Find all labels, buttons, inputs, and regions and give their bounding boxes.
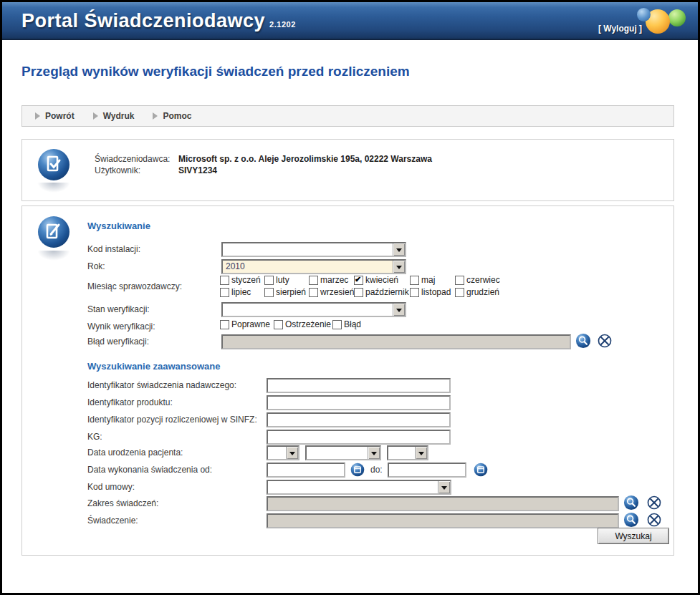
kod-instalacji-label: Kod instalacji: bbox=[87, 244, 140, 254]
month-checkbox[interactable] bbox=[309, 276, 318, 285]
data-do-input[interactable] bbox=[388, 463, 466, 478]
stan-weryfikacji-select[interactable] bbox=[221, 302, 406, 317]
blad-weryfikacji-label: Błąd weryfikacji: bbox=[87, 337, 149, 347]
zakres-field bbox=[267, 496, 619, 511]
search-edit-icon bbox=[37, 216, 70, 248]
nav-item-pomoc[interactable]: Pomoc bbox=[153, 111, 191, 121]
month-marzec[interactable]: marzec bbox=[309, 275, 354, 285]
swiadczenie-search-icon[interactable] bbox=[623, 512, 639, 528]
dob-day-select[interactable] bbox=[267, 445, 299, 460]
dob-year-value bbox=[388, 447, 415, 459]
nav-item-wydruk[interactable]: Wydruk bbox=[93, 111, 135, 121]
wynik-ostrzezenie[interactable]: Ostrzeżenie bbox=[274, 319, 332, 329]
data-od-input[interactable] bbox=[267, 463, 345, 478]
nav-item-powrot[interactable]: Powrót bbox=[35, 111, 75, 121]
month-checkbox[interactable] bbox=[410, 288, 419, 297]
month-luty[interactable]: luty bbox=[264, 275, 309, 285]
nav-item-label: Powrót bbox=[45, 111, 75, 121]
wynik-checkbox[interactable] bbox=[274, 320, 283, 329]
kod-umowy-select[interactable] bbox=[267, 480, 451, 495]
month-wrzesien[interactable]: wrzesień bbox=[309, 287, 354, 297]
month-checkbox[interactable] bbox=[264, 276, 274, 285]
do-label: do: bbox=[370, 465, 383, 475]
month-czerwiec[interactable]: czerwiec bbox=[455, 275, 505, 285]
dropdown-arrow-icon bbox=[393, 261, 405, 273]
portal-page: Portal Świadczeniodawcy2.1202 [ Wyloguj … bbox=[0, 0, 700, 595]
decor-sphere-green bbox=[668, 9, 686, 26]
wyszukaj-button[interactable]: Wyszukaj bbox=[598, 528, 669, 544]
month-checkbox[interactable] bbox=[354, 288, 363, 297]
dropdown-arrow-icon bbox=[393, 304, 405, 316]
nav-arrow-icon bbox=[153, 112, 158, 120]
month-styczen[interactable]: styczeń bbox=[220, 275, 264, 285]
month-checkbox[interactable] bbox=[220, 276, 229, 285]
rok-select[interactable]: 2010 bbox=[221, 259, 406, 274]
swiadczenie-clear-icon[interactable] bbox=[646, 512, 662, 528]
calendar-od-icon[interactable] bbox=[350, 463, 365, 477]
logout-link[interactable]: [ Wyloguj ] bbox=[598, 24, 642, 34]
month-checkbox[interactable] bbox=[410, 276, 419, 285]
id-produktu-input[interactable] bbox=[267, 395, 451, 410]
wynik-weryfikacji-label: Wynik weryfikacji: bbox=[87, 321, 155, 332]
month-checkbox[interactable] bbox=[264, 288, 274, 297]
nav-item-label: Pomoc bbox=[163, 111, 191, 121]
kod-umowy-value bbox=[268, 481, 438, 493]
id-produktu-label: Identyfikator produktu: bbox=[87, 397, 173, 407]
nav-arrow-icon bbox=[93, 112, 98, 120]
month-lipiec[interactable]: lipiec bbox=[220, 287, 264, 297]
dob-year-select[interactable] bbox=[387, 445, 428, 460]
icon-reflection bbox=[37, 251, 70, 261]
zakres-clear-icon[interactable] bbox=[646, 495, 662, 511]
page-title: Przegląd wyników weryfikacji świadczeń p… bbox=[21, 64, 410, 79]
month-kwiecien[interactable]: kwiecień bbox=[354, 275, 410, 285]
month-checkbox[interactable] bbox=[354, 276, 363, 285]
app-title: Portal Świadczeniodawcy2.1202 bbox=[21, 10, 296, 32]
wynik-checkbox[interactable] bbox=[332, 320, 342, 329]
month-pazdziernik[interactable]: październik bbox=[354, 287, 410, 297]
month-checkbox[interactable] bbox=[455, 288, 464, 297]
calendar-do-icon[interactable] bbox=[474, 463, 488, 477]
provider-check-icon bbox=[37, 148, 70, 181]
dropdown-arrow-icon bbox=[415, 447, 427, 459]
decor-sphere-blue bbox=[637, 8, 651, 21]
nav-item-label: Wydruk bbox=[103, 111, 135, 121]
app-header: Portal Świadczeniodawcy2.1202 [ Wyloguj … bbox=[2, 2, 698, 40]
zakres-search-icon[interactable] bbox=[623, 495, 639, 511]
month-maj[interactable]: maj bbox=[410, 275, 455, 285]
data-urodzenia-label: Data urodzenia pacjenta: bbox=[87, 448, 183, 458]
id-pozycji-label: Identyfikator pozycji rozliczeniowej w S… bbox=[87, 415, 257, 425]
kg-input[interactable] bbox=[267, 430, 451, 445]
wynik-poprawne[interactable]: Poprawne bbox=[220, 319, 274, 329]
blad-clear-icon[interactable] bbox=[597, 333, 613, 349]
advanced-section-heading: Wyszukiwanie zaawansowane bbox=[87, 361, 220, 372]
month-checkbox[interactable] bbox=[455, 276, 464, 285]
kod-umowy-label: Kod umowy: bbox=[87, 482, 135, 492]
blad-weryfikacji-field bbox=[221, 334, 571, 349]
month-listopad[interactable]: listopad bbox=[410, 287, 455, 297]
month-checkbox[interactable] bbox=[309, 288, 318, 297]
icon-reflection bbox=[37, 183, 70, 193]
dob-day-value bbox=[268, 447, 286, 459]
provider-info-panel: Świadczeniodawca: Microsoft sp. z o.o. A… bbox=[21, 139, 674, 201]
month-grudzien[interactable]: grudzień bbox=[455, 287, 505, 297]
month-sierpien[interactable]: sierpień bbox=[264, 287, 309, 297]
month-checkbox[interactable] bbox=[220, 288, 229, 297]
user-label: Użytkownik: bbox=[95, 165, 140, 175]
provider-value: Microsoft sp. z o.o. Aleje Jerozolimskie… bbox=[178, 154, 432, 164]
kod-instalacji-select[interactable] bbox=[221, 242, 406, 257]
dob-month-value bbox=[307, 447, 368, 459]
id-swiadczenia-input[interactable] bbox=[267, 378, 451, 393]
dob-month-select[interactable] bbox=[305, 445, 381, 460]
wynik-blad[interactable]: Błąd bbox=[332, 319, 361, 329]
wynik-checkbox[interactable] bbox=[220, 320, 229, 329]
rok-label: Rok: bbox=[87, 261, 105, 271]
id-pozycji-input[interactable] bbox=[267, 412, 451, 427]
kod-instalacji-value bbox=[223, 243, 393, 256]
swiadczenie-label: Świadczenie: bbox=[87, 516, 138, 526]
rok-value: 2010 bbox=[223, 261, 393, 273]
dropdown-arrow-icon bbox=[393, 243, 405, 256]
blad-search-icon[interactable] bbox=[575, 333, 591, 349]
search-panel: Wyszukiwanie Kod instalacji: Rok: 2010 M… bbox=[21, 205, 674, 556]
stan-weryfikacji-value bbox=[223, 304, 393, 316]
dropdown-arrow-icon bbox=[438, 481, 450, 493]
